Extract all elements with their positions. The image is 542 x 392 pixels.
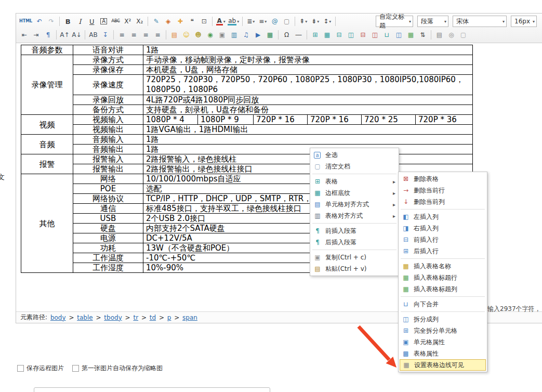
auto-clear-icon[interactable]: ✚ — [175, 16, 186, 27]
spec-cell[interactable]: 720P25，720P30，720P50，720P60，1080P25，1080… — [143, 75, 473, 95]
format-brush-icon[interactable]: ✎ — [151, 16, 162, 27]
submenu-item-insert-row-before[interactable]: ⊟前插入行 — [400, 234, 486, 245]
merge-cells-icon[interactable]: ⊔ — [381, 30, 392, 41]
spec-cell[interactable]: 语音对讲 — [73, 45, 143, 55]
spec-cell[interactable]: 录像方式 — [73, 55, 143, 65]
spec-cell[interactable]: 1路 — [143, 145, 473, 154]
split-cells-icon[interactable]: ◫ — [393, 30, 404, 41]
line-height-icon[interactable]: ↕▾ — [322, 16, 333, 27]
submenu-item-set-table-border-visible[interactable]: ▦设置表格边线可见 — [400, 359, 486, 371]
font-border-icon[interactable]: A — [98, 16, 109, 27]
spec-cell[interactable]: 网络协议 — [73, 194, 143, 204]
print-icon[interactable]: ▤ — [434, 30, 445, 41]
insert-table-icon[interactable]: ⊞ — [310, 30, 321, 41]
spec-cell[interactable]: 720P * 36 — [416, 115, 473, 125]
spec-cell[interactable]: 录像管理 — [21, 55, 73, 115]
spec-cell[interactable]: 报警 — [21, 154, 73, 174]
spec-cell[interactable]: 录像回放 — [73, 95, 143, 105]
image-icon[interactable]: ▤ — [169, 30, 180, 41]
omega-icon[interactable]: Ω — [281, 30, 292, 41]
superscript-icon[interactable]: X² — [122, 16, 133, 27]
path-link-body[interactable]: body — [50, 314, 66, 321]
menu-item-table[interactable]: ⊞表格▸ — [311, 176, 398, 187]
spec-cell[interactable]: 1080P * 4 — [143, 115, 198, 125]
insert-code-icon[interactable]: ⊡ — [199, 16, 209, 27]
chart-icon[interactable]: ▦ — [265, 30, 275, 41]
remove-format-icon[interactable]: ◈ — [163, 16, 174, 27]
first-line-indent-icon[interactable]: ¶ — [43, 30, 54, 41]
spec-cell[interactable]: 720P * 16 — [308, 115, 362, 125]
menu-item-insert-paragraph-before[interactable]: ¶前插入段落 — [311, 225, 398, 237]
align-right-icon[interactable]: ≡ — [140, 30, 151, 41]
partial-input-box[interactable] — [34, 387, 270, 392]
blockquote-icon[interactable]: ❝ — [187, 16, 197, 27]
submenu-item-split-to-cols[interactable]: ◫拆分成列 — [400, 313, 486, 325]
spec-cell[interactable]: 1路 — [143, 135, 473, 145]
spec-cell[interactable]: 录像保存 — [73, 65, 143, 75]
submenu-item-delete-current-col[interactable]: ↓删除当前列 — [400, 196, 486, 207]
spec-cell[interactable]: 音频 — [21, 135, 73, 154]
save-remote-images-checkbox[interactable] — [17, 365, 24, 372]
spec-cell[interactable]: 工作湿度 — [73, 263, 143, 273]
menu-item-cell-alignment[interactable]: ▤单元格对齐方式▸ — [311, 199, 398, 210]
custom-title-select[interactable]: 自定义标题▾ — [376, 16, 413, 27]
redo-icon[interactable]: ↷ — [46, 16, 57, 27]
underline-icon[interactable]: U — [86, 16, 97, 27]
menu-item-table-alignment[interactable]: ▥表格对齐方式▸ — [311, 210, 398, 221]
menu-item-insert-paragraph-after[interactable]: ¶后插入段落 — [311, 237, 398, 248]
auto-typeset-icon[interactable]: @ — [269, 16, 280, 27]
screenshot-icon[interactable]: ▣ — [217, 30, 228, 41]
outdent-icon[interactable]: ⇤ — [19, 30, 30, 41]
spec-cell[interactable]: 报警输入 — [73, 154, 143, 164]
font-size-down-icon[interactable]: A↓ — [71, 30, 82, 41]
map-icon[interactable]: ◉ — [205, 30, 216, 41]
spec-cell[interactable]: 支持硬盘，刻录机，U盘存储和备份 — [143, 105, 473, 115]
delete-col-icon[interactable]: ◫ — [369, 30, 380, 41]
submenu-item-insert-table-title-row[interactable]: ▦插入表格标题行 — [400, 272, 486, 283]
bold-icon[interactable]: B — [62, 16, 73, 27]
menu-item-clear-document[interactable]: ▢清空文档 — [311, 161, 398, 172]
spec-cell[interactable]: 1路VGA输出，1路HDMI输出 — [143, 125, 473, 135]
emoji-icon[interactable]: ☺ — [181, 30, 192, 41]
unordered-list-icon[interactable]: ≡▾ — [257, 16, 268, 27]
spec-cell[interactable]: 电源 — [73, 233, 143, 243]
source-mode-icon[interactable]: html — [19, 16, 33, 27]
search-replace-icon[interactable]: ▢ — [458, 30, 469, 41]
anchor-icon[interactable]: ↧ — [100, 30, 111, 41]
font-family-select[interactable]: 宋体▾ — [453, 16, 507, 27]
video-icon[interactable]: ▶ — [253, 30, 263, 41]
submenu-item-insert-col-right[interactable]: ◨右插入列 — [400, 223, 486, 234]
path-link-p[interactable]: p — [167, 314, 171, 321]
menu-item-paste[interactable]: ▤粘贴(Ctrl + v) — [311, 263, 398, 275]
spec-cell[interactable]: 720P * 16 — [254, 115, 308, 125]
paragraph-spacing-top-icon[interactable]: ⇞▾ — [298, 16, 309, 27]
submenu-item-insert-table-title-col[interactable]: ▦插入表格标题列 — [400, 283, 486, 295]
font-size-up-icon[interactable]: A↑ — [59, 30, 70, 41]
table-title-icon[interactable]: ▦ — [405, 30, 416, 41]
font-color-icon[interactable]: A▾ — [215, 16, 226, 27]
indent-icon[interactable]: ⇥ — [31, 30, 42, 41]
spec-cell[interactable]: 720 * 25 — [362, 115, 416, 125]
spec-cell[interactable]: 2路报警输入，绿色接线柱 — [143, 154, 473, 164]
spec-cell[interactable]: POE — [73, 184, 143, 194]
table-sort-icon[interactable]: ⇅ — [417, 30, 428, 41]
menu-item-select-all[interactable]: a全选 — [311, 149, 398, 161]
background-color-icon[interactable]: ab▾ — [227, 16, 240, 27]
table-shade-icon[interactable]: ▦ — [322, 30, 333, 41]
menu-item-copy[interactable]: ▣复制(Ctrl + c) — [311, 252, 398, 263]
ordered-list-icon[interactable]: ≣▾ — [245, 16, 256, 27]
spec-cell[interactable]: 音频参数 — [21, 45, 73, 55]
spec-cell[interactable]: 1080P * 9 — [198, 115, 254, 125]
delete-row-icon[interactable]: ⊟ — [358, 30, 368, 41]
strikethrough-icon[interactable]: ABC — [110, 16, 121, 27]
path-link-span[interactable]: span — [182, 314, 197, 321]
undo-icon[interactable]: ↶ — [34, 16, 45, 27]
paragraph-select[interactable]: 段落▾ — [417, 16, 448, 27]
submenu-item-delete-current-row[interactable]: →删除当前行 — [400, 185, 486, 196]
insert-col-icon[interactable]: ◫ — [346, 30, 356, 41]
submenu-item-cell-properties[interactable]: ▣单元格属性 — [400, 336, 486, 348]
scrawl-icon[interactable]: ☻ — [193, 30, 204, 41]
spec-cell[interactable]: 功耗 — [73, 243, 143, 253]
spec-cell[interactable]: 本机硬盘，U盘，网络存储 — [143, 65, 473, 75]
submenu-item-delete-table[interactable]: ⊠删除表格 — [400, 173, 486, 185]
